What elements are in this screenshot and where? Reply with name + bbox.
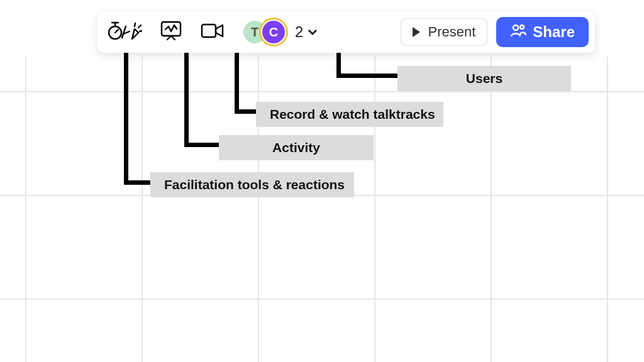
- top-toolbar: T C 2 Present Share: [97, 11, 595, 53]
- avatar-initial: T: [251, 25, 258, 40]
- connector-line: [184, 143, 222, 147]
- people-icon: [510, 23, 533, 41]
- svg-line-4: [138, 25, 141, 28]
- svg-rect-7: [162, 22, 180, 36]
- avatar-initial: C: [269, 25, 278, 40]
- activity-button[interactable]: [157, 17, 186, 47]
- svg-rect-8: [202, 25, 216, 37]
- video-camera-icon: [201, 22, 225, 42]
- play-icon: [413, 27, 420, 37]
- svg-point-9: [513, 25, 518, 30]
- talktrack-button[interactable]: [198, 17, 227, 47]
- callout-users: Users: [397, 66, 571, 91]
- svg-line-3: [115, 30, 118, 33]
- connector-line: [124, 53, 128, 185]
- callout-facilitation: Facilitation tools & reactions: [150, 172, 354, 197]
- avatar: C: [261, 19, 286, 45]
- connector-line: [184, 53, 189, 147]
- present-label: Present: [428, 24, 475, 40]
- svg-line-6: [135, 23, 135, 26]
- share-button[interactable]: Share: [496, 17, 589, 47]
- present-button[interactable]: Present: [401, 18, 487, 46]
- connector-line: [336, 74, 398, 78]
- user-count-dropdown[interactable]: 2: [295, 23, 318, 41]
- user-count-number: 2: [295, 23, 303, 41]
- chevron-down-icon: [307, 28, 318, 36]
- facilitation-tools-button[interactable]: [106, 17, 144, 47]
- callout-activity: Activity: [219, 135, 374, 160]
- connector-line: [235, 53, 239, 114]
- share-label: Share: [533, 23, 575, 41]
- svg-line-5: [140, 31, 142, 31]
- activity-icon: [160, 20, 182, 44]
- connector-line: [235, 109, 258, 114]
- facilitation-tools-icon: [108, 20, 142, 44]
- callout-talktracks: Record & watch talktracks: [256, 102, 443, 127]
- connector-line: [124, 180, 154, 185]
- user-avatars[interactable]: T C: [242, 19, 286, 45]
- svg-point-10: [520, 25, 524, 29]
